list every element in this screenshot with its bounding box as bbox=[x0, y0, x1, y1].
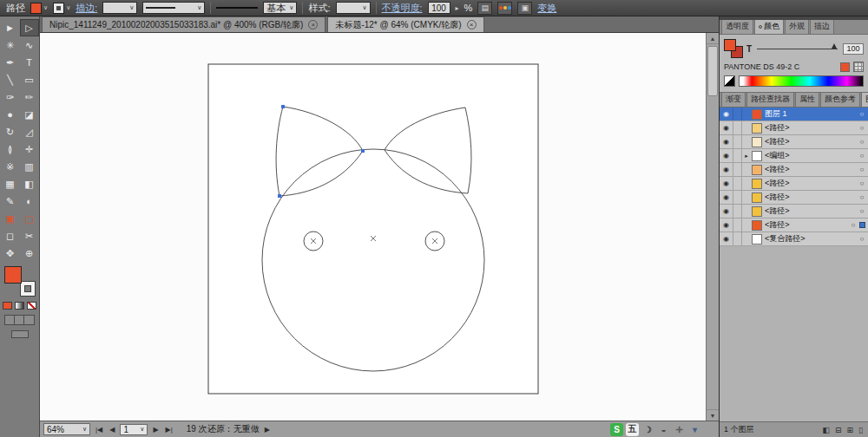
make-clip-mask-button[interactable]: ◧ bbox=[821, 426, 831, 434]
tint-value-input[interactable]: 100 bbox=[843, 43, 864, 55]
anchor-point[interactable] bbox=[361, 149, 365, 153]
visibility-toggle[interactable]: ◉ bbox=[720, 205, 733, 218]
page-number-select[interactable]: 1 ∨ bbox=[120, 424, 148, 435]
recolor-artwork-icon[interactable] bbox=[497, 2, 512, 15]
panel-tab-pathfinder[interactable]: 路径查找器 bbox=[746, 93, 794, 107]
target-circle-icon[interactable]: ○ bbox=[856, 235, 868, 243]
panel-fill-swatch[interactable] bbox=[724, 39, 736, 51]
target-circle-icon[interactable]: ○ bbox=[856, 207, 868, 215]
layer-row[interactable]: ◉图层 1○ bbox=[720, 108, 868, 121]
panel-tab-layers[interactable]: 图层 bbox=[861, 93, 868, 107]
panel-tab-appearance[interactable]: 外观 bbox=[785, 20, 809, 34]
draw-normal-button[interactable] bbox=[5, 316, 15, 324]
last-page-button[interactable]: ▶| bbox=[164, 426, 174, 434]
target-circle-icon[interactable]: ○ bbox=[856, 179, 868, 187]
style-select[interactable]: ∨ bbox=[336, 2, 371, 14]
layer-row[interactable]: ◉<路径>○ bbox=[720, 177, 868, 191]
layer-row[interactable]: ◉<路径>○ bbox=[720, 163, 868, 177]
panel-tab-color-guide[interactable]: 颜色参考 bbox=[820, 93, 860, 107]
blob-brush-tool[interactable]: ● bbox=[1, 106, 20, 123]
hand-tool[interactable]: ✥ bbox=[1, 245, 20, 262]
target-circle-icon[interactable]: ○ bbox=[856, 110, 868, 118]
blend-tool[interactable]: ◐ bbox=[20, 192, 39, 210]
target-circle-icon[interactable]: ○ bbox=[856, 152, 868, 160]
lasso-tool[interactable]: ∿ bbox=[20, 36, 39, 54]
stroke-swatch[interactable] bbox=[20, 281, 36, 297]
color-button[interactable] bbox=[3, 302, 12, 310]
lock-toggle[interactable] bbox=[733, 135, 742, 148]
layer-row[interactable]: ◉<路径>○ bbox=[720, 191, 868, 205]
new-layer-button[interactable]: ⊞ bbox=[846, 426, 855, 434]
fill-swatch[interactable] bbox=[4, 266, 22, 284]
mesh-tool[interactable]: ▦ bbox=[1, 175, 20, 192]
expand-arrow-icon[interactable]: ▸ bbox=[742, 149, 751, 162]
tab-close-icon[interactable]: × bbox=[308, 20, 318, 29]
lock-toggle[interactable] bbox=[733, 177, 742, 190]
document-tab[interactable]: Nipic_1411249_20100202003515033183.ai* @… bbox=[42, 16, 326, 32]
gradient-tool[interactable]: ◧ bbox=[20, 175, 39, 192]
rotate-tool[interactable]: ↻ bbox=[1, 123, 20, 140]
draw-inside-button[interactable] bbox=[24, 316, 34, 324]
graph-style-icon[interactable]: ▤ bbox=[477, 2, 492, 15]
lock-toggle[interactable] bbox=[733, 191, 742, 204]
lock-toggle[interactable] bbox=[733, 149, 742, 162]
lock-toggle[interactable] bbox=[733, 218, 742, 232]
layer-row[interactable]: ◉<路径>○ bbox=[720, 135, 868, 149]
canvas[interactable] bbox=[40, 33, 706, 421]
panel-tab-transparency[interactable]: 透明度 bbox=[721, 20, 753, 34]
first-page-button[interactable]: |◀ bbox=[94, 426, 104, 434]
visibility-toggle[interactable]: ◉ bbox=[720, 135, 733, 148]
graph-tool[interactable]: ▥ bbox=[20, 158, 39, 175]
artboard[interactable] bbox=[208, 64, 538, 394]
panel-tab-attributes[interactable]: 属性 bbox=[795, 93, 819, 107]
live-paint-selection-tool[interactable]: ▢ bbox=[20, 210, 39, 227]
ime-pin-icon[interactable]: ▾ bbox=[688, 423, 701, 436]
rectangle-tool[interactable]: ▭ bbox=[20, 71, 39, 88]
lock-toggle[interactable] bbox=[733, 121, 742, 134]
opacity-flyout-icon[interactable]: ▸ bbox=[456, 4, 459, 12]
prev-page-button[interactable]: ◀ bbox=[108, 426, 116, 434]
pencil-tool[interactable]: ✏ bbox=[20, 88, 39, 106]
layer-row[interactable]: ◉▸<编组>○ bbox=[720, 149, 868, 163]
line-segment-tool[interactable]: ╲ bbox=[1, 71, 20, 88]
artboard-tool[interactable]: ◻ bbox=[1, 227, 20, 245]
visibility-toggle[interactable]: ◉ bbox=[720, 163, 733, 176]
document-tab[interactable]: 未标题-12* @ 64% (CMYK/轮廓)× bbox=[327, 16, 483, 32]
slice-tool[interactable]: ✂ bbox=[20, 227, 39, 245]
mask-icon[interactable]: ▣ bbox=[517, 2, 532, 15]
scroll-down-icon[interactable]: ▼ bbox=[707, 409, 719, 421]
eraser-tool[interactable]: ◪ bbox=[20, 106, 39, 123]
lock-toggle[interactable] bbox=[733, 232, 742, 245]
target-circle-icon[interactable]: ○ bbox=[856, 124, 868, 132]
visibility-toggle[interactable]: ◉ bbox=[720, 232, 733, 245]
white-black-selector-icon[interactable] bbox=[724, 75, 735, 87]
live-paint-bucket-tool[interactable]: ▣ bbox=[1, 210, 20, 227]
visibility-toggle[interactable]: ◉ bbox=[720, 121, 733, 134]
opacity-input[interactable]: 100 bbox=[428, 2, 450, 14]
ime-mode-icon[interactable]: 五 bbox=[626, 423, 639, 436]
paintbrush-tool[interactable]: ✑ bbox=[1, 88, 20, 106]
visibility-toggle[interactable]: ◉ bbox=[720, 149, 733, 162]
visibility-toggle[interactable]: ◉ bbox=[720, 108, 733, 121]
tint-slider[interactable] bbox=[757, 49, 838, 49]
stroke-weight-select[interactable]: ∨ bbox=[102, 2, 137, 14]
delete-layer-button[interactable]: ▯ bbox=[858, 426, 864, 434]
lock-toggle[interactable] bbox=[733, 108, 742, 121]
tint-slider-handle[interactable] bbox=[832, 43, 837, 49]
stroke-link[interactable]: 描边: bbox=[76, 2, 97, 15]
screen-mode-button[interactable] bbox=[11, 330, 29, 338]
eyedropper-tool[interactable]: ✎ bbox=[1, 192, 20, 210]
target-circle-icon[interactable]: ○ bbox=[847, 221, 859, 229]
lock-toggle[interactable] bbox=[733, 205, 742, 218]
draw-behind-button[interactable] bbox=[15, 316, 24, 324]
panel-tab-gradient[interactable]: 渐变 bbox=[721, 93, 746, 107]
stroke-color-chip[interactable]: ∨ bbox=[53, 3, 70, 14]
ime-skin-icon[interactable]: ☽ bbox=[641, 423, 654, 436]
target-circle-icon[interactable]: ○ bbox=[856, 138, 868, 146]
ime-sogou-icon[interactable]: S bbox=[610, 423, 623, 436]
swatch-grid-icon[interactable] bbox=[853, 62, 864, 72]
tab-close-icon[interactable]: × bbox=[467, 20, 477, 29]
transform-link[interactable]: 变换 bbox=[537, 2, 556, 15]
lock-toggle[interactable] bbox=[733, 163, 742, 176]
target-circle-icon[interactable]: ○ bbox=[856, 193, 868, 201]
